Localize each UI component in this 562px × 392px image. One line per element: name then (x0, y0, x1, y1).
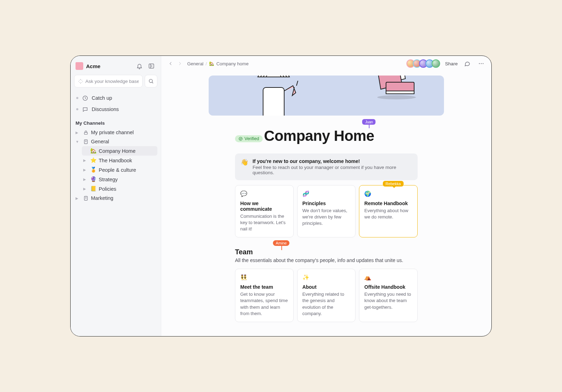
page-strategy[interactable]: ▶ 🔮 Strategy (82, 175, 157, 184)
card-title: Meet the team (240, 284, 288, 290)
sidebar-link-label: Catch up (92, 95, 112, 101)
app-window: Acme Catch up (70, 55, 492, 337)
bell-icon[interactable] (135, 61, 144, 71)
nav-forward-icon[interactable] (176, 60, 184, 67)
channel-label: My private channel (91, 130, 134, 135)
verified-badge[interactable]: Verified (235, 135, 263, 142)
card-desc: Everything related to the genesis and ev… (302, 291, 351, 317)
star-icon: ⭐ (90, 157, 97, 163)
card-desc: Get to know your teammates, spend time w… (240, 291, 288, 317)
presence-cursor-rebekka: Rebekka (383, 181, 404, 187)
card-row-team: 👯 Meet the team Get to know your teammat… (235, 269, 418, 322)
card-title: Principles (302, 201, 351, 206)
collapse-sidebar-icon[interactable] (147, 61, 156, 71)
hero-illustration-person (244, 76, 307, 116)
channel-marketing[interactable]: ▶ Marketing (74, 194, 157, 203)
sidebar-link-label: Discussions (92, 106, 119, 112)
breadcrumb-page[interactable]: Company home (216, 61, 249, 66)
comment-icon[interactable] (463, 59, 472, 68)
page-title[interactable]: Company Home Juan (264, 128, 374, 144)
workspace-name[interactable]: Acme (86, 63, 132, 69)
svg-rect-3 (84, 132, 87, 134)
sidebar-link-discussions[interactable]: Discussions (74, 104, 157, 115)
avatar (432, 59, 440, 68)
card-title: About (302, 284, 351, 290)
crystal-ball-icon: 🔮 (90, 176, 97, 182)
more-icon[interactable] (477, 59, 486, 68)
card-desc: Everything about how we do remote. (364, 208, 412, 220)
clock-icon (82, 95, 88, 101)
globe-icon: 🌍 (364, 190, 412, 197)
check-circle-icon (238, 137, 243, 141)
dna-icon: 🧬 (302, 190, 351, 197)
card-about[interactable]: ✨ About Everything related to the genesi… (297, 269, 356, 322)
search-button[interactable] (145, 75, 157, 87)
doc-body: Verified Company Home Juan 👋 If you're n… (235, 125, 418, 322)
caret-right-icon: ▶ (76, 196, 80, 200)
caret-down-icon: ▼ (76, 140, 80, 144)
welcome-subtitle: Feel free to reach out to your manager o… (253, 165, 412, 175)
card-desc: We don't force values, we're driven by f… (302, 208, 351, 227)
hero-cover[interactable] (209, 76, 444, 116)
card-desc: Communication is the key to teamwork. Le… (240, 213, 288, 233)
page-label: The Handbook (99, 158, 132, 163)
share-button[interactable]: Share (445, 61, 458, 66)
breadcrumb-parent[interactable]: General (187, 61, 203, 66)
medal-icon: 🏅 (90, 167, 97, 173)
breadcrumb-icon: 🏡 (209, 61, 214, 66)
card-principles[interactable]: 🧬 Principles We don't force values, we'r… (297, 185, 356, 238)
svg-point-1 (149, 79, 152, 83)
presence-avatars[interactable] (409, 59, 440, 68)
svg-point-6 (479, 63, 480, 64)
channel-general[interactable]: ▼ General (74, 137, 157, 146)
page-company-home[interactable]: 🏡 Company Home (82, 146, 157, 156)
svg-point-7 (481, 63, 482, 64)
page-policies[interactable]: ▶ 📒 Policies (82, 184, 157, 194)
card-offsite-handbook[interactable]: ⛺ Offsite Handbook Everything you need t… (359, 269, 418, 322)
search-box[interactable] (74, 75, 143, 87)
card-desc: Everything you need to know about the te… (364, 291, 412, 311)
page-title-text: Company Home (264, 128, 374, 144)
page-label: Company Home (99, 148, 136, 154)
nav-back-icon[interactable] (167, 60, 175, 67)
caret-right-icon: ▶ (83, 187, 88, 191)
caret-right-icon: ▶ (83, 158, 88, 162)
main: General / 🏡 Company home Share (161, 56, 491, 336)
chat-icon (82, 106, 88, 112)
card-how-we-communicate[interactable]: 💬 How we communicate Communication is th… (235, 185, 294, 238)
svg-rect-9 (263, 87, 284, 116)
sidebar-section-title: My Channels (74, 115, 157, 128)
channel-label: Marketing (91, 195, 113, 201)
lock-icon (83, 130, 89, 135)
caret-right-icon: ▶ (83, 168, 88, 172)
sidebar: Acme Catch up (71, 56, 161, 336)
sidebar-header: Acme (74, 60, 157, 74)
card-remote-handbook[interactable]: 🌍 Remote Handbook Everything about how w… (359, 185, 418, 238)
search-input[interactable] (85, 79, 139, 84)
breadcrumb-sep: / (205, 61, 207, 66)
channel-label: General (91, 139, 109, 144)
doc-icon (83, 139, 89, 144)
section-heading-text: Team (235, 248, 253, 256)
topbar: General / 🏡 Company home Share (161, 56, 491, 71)
house-icon: 🏡 (90, 148, 97, 154)
page-people-culture[interactable]: ▶ 🏅 People & culture (82, 165, 157, 175)
people-icon: 👯 (240, 274, 288, 281)
section-team-heading: Team Amine (235, 248, 418, 256)
card-meet-the-team[interactable]: 👯 Meet the team Get to know your teammat… (235, 269, 294, 322)
caret-right-icon: ▶ (76, 131, 80, 135)
sidebar-link-catchup[interactable]: Catch up (74, 92, 157, 104)
svg-marker-13 (266, 76, 281, 77)
nav-arrows (167, 60, 184, 67)
page-label: Strategy (99, 177, 118, 182)
workspace-logo (76, 62, 83, 70)
unread-dot (76, 97, 78, 99)
topbar-right: Share (409, 59, 486, 68)
wave-icon: 👋 (241, 158, 248, 175)
sparkle-icon: ✨ (302, 274, 351, 281)
notebook-icon: 📒 (90, 186, 97, 192)
unread-dot (76, 108, 78, 110)
channel-private[interactable]: ▶ My private channel (74, 128, 157, 137)
page-handbook[interactable]: ▶ ⭐ The Handbook (82, 156, 157, 165)
svg-point-8 (483, 63, 483, 64)
